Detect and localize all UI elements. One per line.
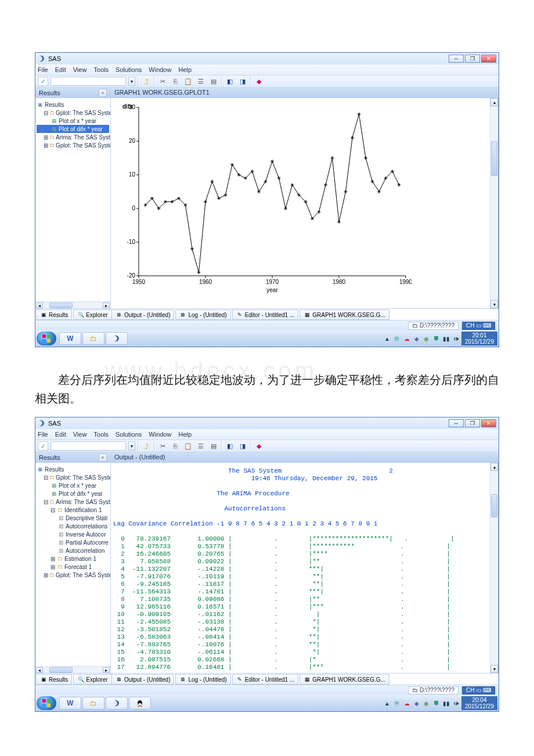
tree-ident1[interactable]: ⊟🗀Identification 1 (37, 506, 109, 514)
minimize-button[interactable]: ─ (449, 419, 464, 427)
tree-gplot2[interactable]: ⊞🗀Gplot: The SAS System (37, 571, 109, 579)
scroll-down-icon[interactable]: ▾ (490, 665, 498, 673)
tree-desc-stat[interactable]: ▥Descriptive Stati (37, 514, 109, 522)
tray-app2-icon[interactable]: ◉ (423, 699, 431, 707)
taskbar-word[interactable]: W (59, 332, 81, 345)
tree-fcst1[interactable]: ⊞🗀Forecast 1 (37, 563, 109, 571)
tray-shield-icon[interactable]: ⛨ (393, 699, 401, 707)
combo-drop-icon[interactable]: ▾ (128, 77, 135, 86)
help-icon[interactable]: ◆ (254, 441, 264, 451)
tray-network-icon[interactable]: ▮▮ (442, 699, 450, 707)
taskbar-sas[interactable] (106, 332, 128, 345)
command-combo[interactable] (50, 441, 126, 451)
tree-collapse-icon[interactable]: ◨ (237, 441, 248, 451)
uplevel-icon[interactable]: ⮥ (141, 77, 151, 86)
tree-inv-autocorr[interactable]: ▥Inverse Autocor (37, 530, 109, 538)
tab-graph[interactable]: ▦GRAPH1 WORK.GSEG.G... (300, 309, 389, 320)
details-icon[interactable]: ▤ (208, 441, 219, 451)
tree-autocorr2[interactable]: ▥Autocorrelation (37, 546, 109, 555)
vscrollbar[interactable]: ▴ ▾ (490, 98, 498, 308)
menu-edit[interactable]: Edit (55, 66, 66, 73)
scroll-up-icon[interactable]: ▴ (490, 463, 498, 471)
maximize-button[interactable]: ❐ (465, 55, 480, 63)
tray-volume-icon[interactable]: 🕪 (452, 699, 460, 707)
taskbar-qq[interactable] (129, 697, 151, 710)
tab-output[interactable]: 🗎Output - (Untitled) (111, 309, 174, 320)
start-button[interactable] (37, 332, 56, 345)
paste-icon[interactable]: 📋 (183, 441, 193, 451)
tray-volume-icon[interactable]: 🕪 (452, 334, 460, 343)
scroll-thumb[interactable] (49, 303, 73, 308)
details-icon[interactable]: ▤ (208, 77, 219, 86)
tab-graph[interactable]: ▦GRAPH1 WORK.GSEG.G... (300, 674, 389, 685)
taskbar-clock[interactable]: 20:04 2015/12/29 (461, 696, 497, 710)
menu-tools[interactable]: Tools (93, 431, 109, 438)
tree-gplot[interactable]: ⊟🗀Gplot: The SAS System (37, 473, 109, 481)
tree-plot-x-year[interactable]: ▦Plot of x * year (37, 117, 109, 125)
menu-view[interactable]: View (73, 66, 87, 73)
scroll-thumb[interactable] (491, 494, 497, 517)
tab-editor[interactable]: ✎Editor - Untitled1 ... (232, 309, 299, 320)
menu-file[interactable]: File (38, 66, 48, 73)
tray-app-icon[interactable]: ◆ (413, 699, 421, 707)
maximize-button[interactable]: ❐ (465, 419, 480, 427)
tray-cloud-icon[interactable]: ☁ (403, 334, 411, 343)
scroll-left-icon[interactable]: ◂ (36, 303, 43, 308)
tray-shield-icon[interactable]: ⛨ (393, 334, 401, 343)
results-tree[interactable]: ▣Results ⊟🗀Gplot: The SAS System ▦Plot o… (35, 463, 110, 666)
status-lang[interactable]: CH ▭ ⌨ (462, 686, 495, 694)
tab-results[interactable]: ▣Results (36, 674, 72, 685)
tab-results[interactable]: ▣Results (36, 309, 72, 320)
taskbar-sas[interactable] (106, 697, 128, 710)
tree-autocorr[interactable]: ▥Autocorrelations (37, 522, 109, 530)
menu-view[interactable]: View (73, 431, 87, 438)
results-close-icon[interactable]: × (99, 453, 107, 462)
scroll-up-icon[interactable]: ▴ (490, 98, 498, 106)
close-button[interactable]: ✕ (481, 419, 496, 427)
menu-window[interactable]: Window (149, 431, 171, 438)
tray-network-icon[interactable]: ▮▮ (442, 334, 450, 343)
taskbar[interactable]: W 🗀 ▲ ⛨ ☁ ◆ ◉ ⛊ ▮▮ 🕪 20:01 2015/12/29 (35, 330, 499, 347)
tray-flag-icon[interactable]: ▲ (383, 699, 391, 707)
menu-edit[interactable]: Edit (55, 431, 66, 438)
menu-help[interactable]: Help (178, 431, 192, 438)
tab-explorer[interactable]: 🔍Explorer (73, 674, 111, 685)
combo-drop-icon[interactable]: ▾ (128, 441, 135, 451)
start-button[interactable] (37, 696, 56, 710)
tree-arima[interactable]: ⊞🗀Arima: The SAS System (37, 133, 109, 141)
taskbar-explorer[interactable]: 🗀 (82, 697, 104, 710)
tray-flag-icon[interactable]: ▲ (383, 334, 391, 343)
vscrollbar[interactable]: ▴ ▾ (490, 463, 498, 673)
tree-gplot2[interactable]: ⊞🗀Gplot: The SAS System (37, 141, 109, 149)
copy-icon[interactable]: ⎘ (170, 77, 181, 86)
menu-tools[interactable]: Tools (93, 66, 109, 73)
tree-plot-difx-year[interactable]: ▦Plot of difx * year (37, 125, 109, 133)
scroll-down-icon[interactable]: ▾ (490, 300, 498, 308)
tree-expand-icon[interactable]: ◧ (225, 441, 235, 451)
titlebar[interactable]: SAS ─ ❐ ✕ (35, 53, 499, 64)
tab-explorer[interactable]: 🔍Explorer (73, 309, 111, 320)
menu-solutions[interactable]: Solutions (116, 66, 142, 73)
list-icon[interactable]: ☰ (196, 77, 206, 86)
copy-icon[interactable]: ⎘ (170, 441, 181, 451)
cut-icon[interactable]: ✂ (157, 77, 168, 86)
tray-safe-icon[interactable]: ⛊ (432, 699, 441, 707)
menu-bar[interactable]: File Edit View Tools Solutions Window He… (35, 429, 499, 440)
command-combo[interactable] (50, 77, 126, 86)
tree-hscroll[interactable]: ◂ ▸ (35, 666, 110, 673)
tree-gplot[interactable]: ⊟🗀Gplot: The SAS System (37, 109, 109, 117)
tree-collapse-icon[interactable]: ◨ (237, 77, 248, 86)
menu-solutions[interactable]: Solutions (116, 431, 142, 438)
tree-est1[interactable]: ⊞🗀Estimation 1 (37, 555, 109, 563)
scroll-thumb[interactable] (49, 667, 73, 673)
menu-file[interactable]: File (38, 431, 48, 438)
tree-root[interactable]: ▣Results (37, 465, 109, 473)
tree-expand-icon[interactable]: ◧ (225, 77, 235, 86)
tray-app2-icon[interactable]: ◉ (423, 334, 431, 343)
tree-partial-autocorr[interactable]: ▥Partial Autocorre (37, 538, 109, 546)
tree-hscroll[interactable]: ◂ ▸ (35, 301, 110, 308)
submit-icon[interactable]: ✓ (38, 77, 48, 86)
scroll-thumb[interactable] (491, 141, 497, 176)
taskbar-word[interactable]: W (59, 697, 81, 710)
tray-cloud-icon[interactable]: ☁ (403, 699, 411, 707)
